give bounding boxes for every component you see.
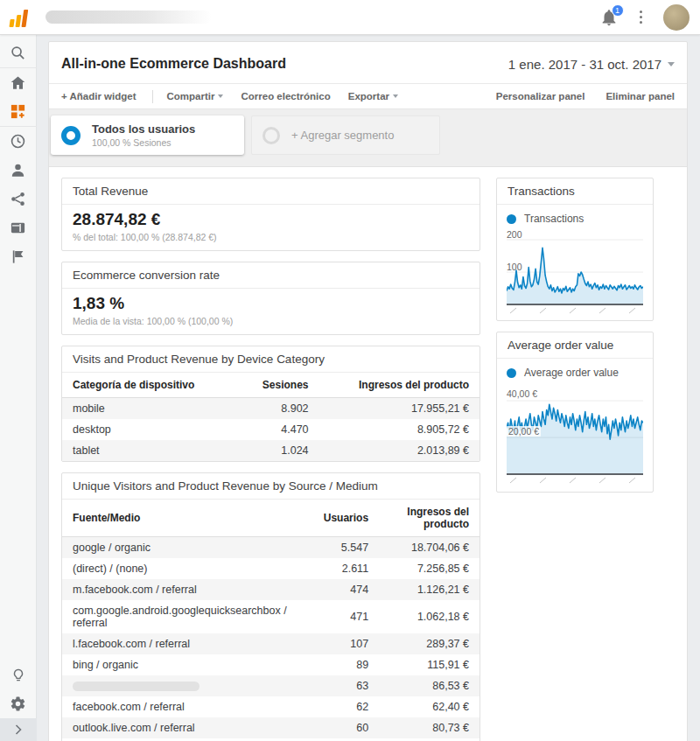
segment-ring-icon	[262, 127, 280, 144]
sidebar-item-realtime[interactable]	[0, 127, 37, 156]
add-segment-label: + Agregar segmento	[291, 129, 394, 142]
widget-title: Transactions	[497, 178, 653, 205]
y-axis-tick: 200	[507, 229, 522, 240]
redacted-account-name	[46, 10, 212, 24]
total-revenue-value: 28.874,82 €	[73, 210, 469, 229]
segment-donut-icon	[61, 126, 80, 145]
delete-dashboard-button[interactable]: Eliminar panel	[606, 91, 675, 101]
app-bar: 1	[0, 0, 700, 35]
sidebar-item-conversions[interactable]	[0, 242, 37, 271]
widget-title: Visits and Product Revenue by Device Cat…	[62, 346, 480, 373]
table-row[interactable]: m.facebook.com / referral 474 1.126,21 €	[62, 579, 480, 600]
avatar[interactable]	[663, 4, 690, 31]
conversion-rate-subtext: Media de la vista: 100,00 % (100,00 %)	[73, 316, 469, 326]
legend-label: Transactions	[524, 213, 584, 225]
collapse-chevron-icon[interactable]	[0, 718, 37, 741]
column-header[interactable]: Categoría de dispositivo	[62, 373, 237, 398]
export-button[interactable]: Exportar	[348, 91, 398, 101]
notification-badge: 1	[612, 4, 624, 17]
y-axis-tick: 20,00 €	[507, 426, 541, 437]
chevron-down-icon	[218, 94, 223, 98]
table-row[interactable]: google / organic 5.547 18.704,06 €	[62, 537, 480, 559]
column-header[interactable]: Sesiones	[237, 373, 319, 398]
sidebar-item-customization[interactable]	[0, 97, 37, 126]
source-table: Fuente/Medio Usuarios Ingresos del produ…	[62, 500, 480, 741]
widget-transactions-chart: Transactions Transactions 200 100	[496, 178, 654, 321]
table-row[interactable]: l.facebook.com / referral 107 289,37 €	[62, 633, 480, 654]
kebab-menu-icon[interactable]	[634, 7, 648, 28]
sidebar-item-acquisition[interactable]	[0, 185, 37, 213]
segment-all-users[interactable]: Todos los usuarios 100,00 % Sesiones	[51, 115, 244, 155]
legend-label: Average order value	[524, 367, 619, 379]
widget-title: Ecommerce conversion rate	[62, 262, 480, 289]
y-axis-tick: 100	[507, 262, 522, 272]
widget-source-table: Unique Visitors and Product Revenue by S…	[61, 472, 480, 741]
redacted-source-name	[73, 682, 200, 691]
discover-lightbulb-icon[interactable]	[0, 661, 37, 689]
table-row[interactable]: bing / organic 89 115,91 €	[62, 654, 480, 675]
legend-dot-icon	[507, 368, 516, 378]
toolbar-divider	[152, 90, 153, 103]
total-revenue-subtext: % del total: 100,00 % (28.874,82 €)	[73, 232, 469, 242]
legend-dot-icon	[507, 214, 516, 224]
table-row[interactable]: desktop 4.470 8.905,72 €	[62, 419, 480, 440]
date-range-label: 1 ene. 2017 - 31 oct. 2017	[508, 57, 662, 72]
add-segment-button[interactable]: + Agregar segmento	[251, 115, 440, 155]
sidebar-item-audience[interactable]	[0, 156, 37, 185]
sidebar-item-behavior[interactable]	[0, 213, 37, 242]
y-axis-tick: 40,00 €	[507, 388, 537, 399]
add-widget-button[interactable]: + Añadir widget	[61, 91, 136, 101]
average-order-value-chart[interactable]: 40,00 € 20,00 €	[497, 381, 653, 492]
search-icon[interactable]	[0, 38, 37, 67]
widget-conversion-rate: Ecommerce conversion rate 1,83 % Media d…	[61, 262, 480, 335]
dashboard-toolbar: + Añadir widget Compartir Correo electró…	[49, 83, 687, 109]
left-sidebar	[0, 35, 37, 741]
segments-bar: Todos los usuarios 100,00 % Sesiones + A…	[49, 109, 687, 167]
chevron-down-icon	[393, 94, 398, 98]
x-axis-ticks	[510, 308, 635, 313]
x-axis-ticks	[510, 478, 635, 483]
table-row[interactable]: tablet 1.024 2.013,89 €	[62, 440, 480, 461]
dashboard-panel: All-in-one Ecommerce Dashboard 1 ene. 20…	[48, 41, 688, 741]
chevron-down-icon	[668, 62, 675, 66]
segment-sublabel: 100,00 % Sesiones	[92, 137, 195, 148]
column-header[interactable]: Ingresos del producto	[379, 500, 480, 537]
table-row[interactable]: (direct) / (none) 2.611 7.256,85 €	[62, 558, 480, 579]
page-title: All-in-one Ecommerce Dashboard	[61, 56, 286, 72]
table-row[interactable]: com.google.android.googlequicksearchbox …	[62, 600, 480, 633]
widget-title: Average order value	[497, 332, 653, 359]
sidebar-item-home[interactable]	[0, 68, 37, 97]
device-table: Categoría de dispositivo Sesiones Ingres…	[62, 373, 480, 461]
transactions-chart[interactable]: 200 100	[497, 227, 653, 320]
customize-dashboard-button[interactable]: Personalizar panel	[496, 91, 585, 101]
admin-gear-icon[interactable]	[0, 689, 37, 718]
google-analytics-logo-icon	[9, 8, 32, 27]
column-header[interactable]: Usuarios	[313, 500, 379, 537]
share-button[interactable]: Compartir	[167, 91, 224, 101]
widget-title: Total Revenue	[62, 178, 480, 205]
widget-average-order-value-chart: Average order value Average order value …	[496, 332, 654, 493]
table-row[interactable]: 63 86,53 €	[62, 675, 480, 696]
widget-title: Unique Visitors and Product Revenue by S…	[62, 473, 480, 500]
conversion-rate-value: 1,83 %	[73, 294, 469, 313]
widget-total-revenue: Total Revenue 28.874,82 € % del total: 1…	[61, 178, 480, 251]
table-row[interactable]: facebook.com / referral 62 62,40 €	[62, 696, 480, 717]
email-button[interactable]: Correo electrónico	[241, 91, 330, 101]
widget-device-table: Visits and Product Revenue by Device Cat…	[61, 346, 480, 462]
column-header[interactable]: Ingresos del producto	[319, 373, 480, 398]
column-header[interactable]: Fuente/Medio	[62, 500, 313, 537]
table-row[interactable]: mobile 8.902 17.955,21 €	[62, 398, 480, 420]
date-range-selector[interactable]: 1 ene. 2017 - 31 oct. 2017	[508, 57, 675, 72]
table-row[interactable]: outlook.live.com / referral 60 80,73 €	[62, 717, 480, 738]
segment-label: Todos los usuarios	[92, 122, 195, 136]
notifications-bell-icon[interactable]: 1	[599, 8, 619, 27]
